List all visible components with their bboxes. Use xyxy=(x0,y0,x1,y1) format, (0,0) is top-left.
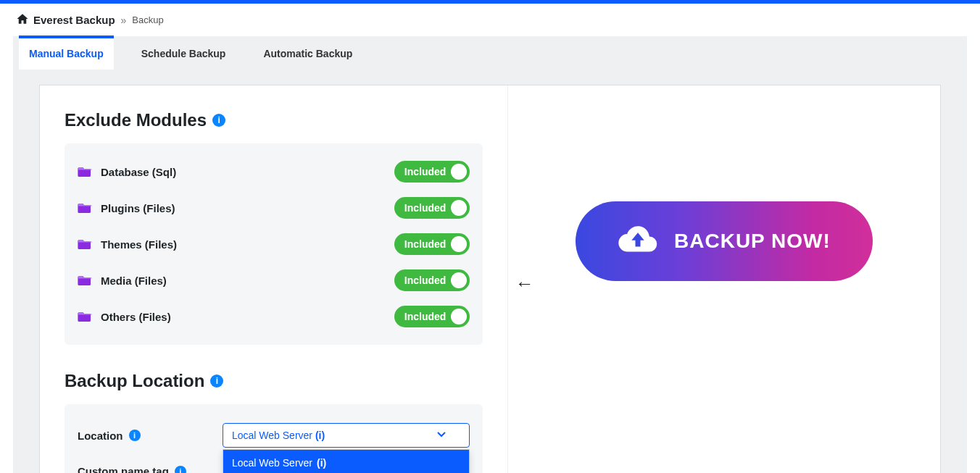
location-label: Location i xyxy=(78,430,223,442)
option-info: (i) xyxy=(317,457,326,469)
brand-name: Everest Backup xyxy=(33,14,115,26)
info-icon[interactable]: i xyxy=(210,374,223,388)
toggle-knob xyxy=(451,164,467,180)
toggle-knob xyxy=(451,200,467,216)
module-text: Database (Sql) xyxy=(101,166,176,178)
module-text: Themes (Files) xyxy=(101,238,177,251)
folder-icon xyxy=(78,238,92,251)
toggle-database[interactable]: Included xyxy=(394,161,470,183)
module-row-plugins: Plugins (Files) Included xyxy=(78,190,470,226)
modules-list: Database (Sql) Included Plugins (Files) … xyxy=(65,143,483,345)
toggle-knob xyxy=(451,236,467,252)
folder-icon xyxy=(78,165,92,179)
toggle-label: Included xyxy=(404,238,447,250)
breadcrumb-separator: » xyxy=(121,14,127,26)
location-heading-text: Backup Location xyxy=(65,371,204,391)
toggle-label: Included xyxy=(404,275,447,286)
location-heading: Backup Location i xyxy=(65,371,483,391)
exclude-heading-text: Exclude Modules xyxy=(65,110,207,130)
backup-button-label: BACKUP NOW! xyxy=(674,230,831,253)
backup-now-button[interactable]: BACKUP NOW! xyxy=(576,201,873,281)
tab-manual-backup[interactable]: Manual Backup xyxy=(19,35,114,70)
module-label: Database (Sql) xyxy=(78,165,176,179)
module-label: Others (Files) xyxy=(78,310,171,324)
select-value-text: Local Web Server xyxy=(232,430,312,441)
tab-schedule-backup[interactable]: Schedule Backup xyxy=(131,36,236,70)
module-row-others: Others (Files) Included xyxy=(78,298,470,335)
home-icon xyxy=(16,12,29,28)
chevron-down-icon xyxy=(437,430,446,441)
toggle-label: Included xyxy=(404,166,447,177)
custom-name-text: Custom name tag xyxy=(78,465,169,473)
location-dropdown: Local Web Server (i) Google Drive (i) xyxy=(223,449,470,473)
toggle-plugins[interactable]: Included xyxy=(394,197,470,219)
module-row-database: Database (Sql) Included xyxy=(78,154,470,190)
folder-icon xyxy=(78,274,92,288)
toggle-label: Included xyxy=(404,311,447,322)
custom-name-label: Custom name tag i xyxy=(78,465,223,473)
select-value-info: (i) xyxy=(315,430,325,441)
module-text: Others (Files) xyxy=(101,311,171,323)
right-column: ← BACKUP NOW! xyxy=(508,85,940,473)
info-icon[interactable]: i xyxy=(129,430,141,441)
location-row: Location i Local Web Server (i) xyxy=(78,414,470,456)
toggle-themes[interactable]: Included xyxy=(394,233,470,255)
info-icon[interactable]: i xyxy=(212,114,225,127)
location-label-text: Location xyxy=(78,430,123,442)
cloud-upload-icon xyxy=(618,224,658,259)
tabs: Manual Backup Schedule Backup Automatic … xyxy=(13,36,967,70)
tabs-container: Manual Backup Schedule Backup Automatic … xyxy=(13,36,967,473)
toggle-label: Included xyxy=(404,202,447,214)
module-row-themes: Themes (Files) Included xyxy=(78,226,470,262)
location-box: Location i Local Web Server (i) xyxy=(65,404,483,473)
folder-icon xyxy=(78,201,92,215)
toggle-knob xyxy=(451,272,467,288)
option-local-web-server[interactable]: Local Web Server (i) xyxy=(223,450,469,473)
breadcrumb-current: Backup xyxy=(132,14,163,25)
info-icon[interactable]: i xyxy=(175,466,186,474)
toggle-media[interactable]: Included xyxy=(394,269,470,291)
left-column: Exclude Modules i Database (Sql) Include… xyxy=(40,85,508,473)
option-text: Local Web Server xyxy=(232,457,312,469)
arrow-left-icon: ← xyxy=(515,272,534,295)
module-text: Plugins (Files) xyxy=(101,202,175,214)
module-label: Plugins (Files) xyxy=(78,201,175,215)
breadcrumb: Everest Backup » Backup xyxy=(0,4,980,36)
module-row-media: Media (Files) Included xyxy=(78,262,470,298)
toggle-others[interactable]: Included xyxy=(394,306,470,327)
location-select-button[interactable]: Local Web Server (i) xyxy=(223,423,470,448)
main-panel: Exclude Modules i Database (Sql) Include… xyxy=(39,85,941,473)
location-select: Local Web Server (i) Local Web Server (i… xyxy=(223,423,470,448)
toggle-knob xyxy=(451,309,467,325)
exclude-heading: Exclude Modules i xyxy=(65,110,483,130)
module-text: Media (Files) xyxy=(101,275,167,287)
module-label: Media (Files) xyxy=(78,274,167,288)
folder-icon xyxy=(78,310,92,324)
module-label: Themes (Files) xyxy=(78,238,177,251)
tab-automatic-backup[interactable]: Automatic Backup xyxy=(253,36,362,70)
